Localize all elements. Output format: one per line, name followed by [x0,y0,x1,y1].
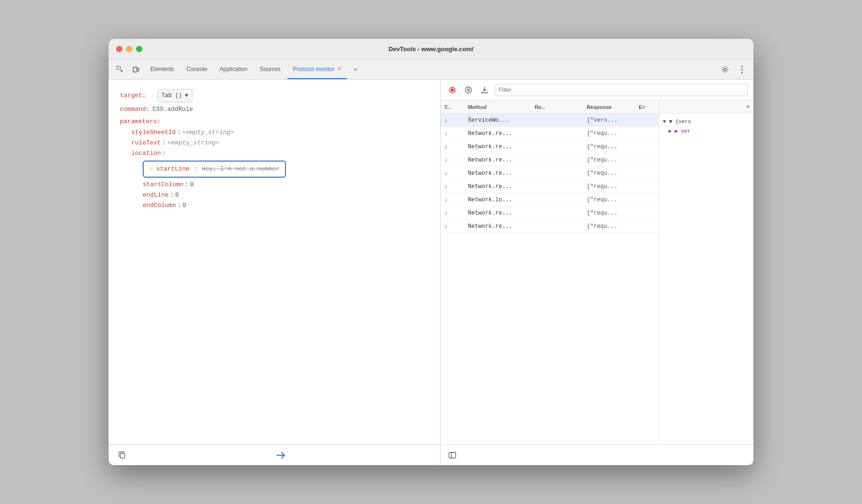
end-line-key: endLine [143,190,169,200]
svg-point-6 [742,72,743,73]
table-row[interactable]: ↓ Network.re... {"requ... [440,167,659,180]
start-column-row: startColumn : 0 [120,180,429,190]
code-editor[interactable]: target: Tab () ▼ command: CSS.addRule pa… [109,80,440,444]
filter-input[interactable] [495,84,748,96]
end-column-row: endColumn : 0 [120,200,429,211]
tab-protocol-monitor[interactable]: Protocol monitor ✕ [287,60,347,79]
start-column-key: startColumn [143,180,183,190]
traffic-lights [116,46,142,52]
row-method: Network.re... [464,144,531,150]
command-value: CSS.addRule [152,104,193,115]
col-t-header: T... [440,104,464,110]
table-header: T... Method Re... Response E≡ [440,100,659,114]
start-line-row: ⚠️ startLine : Hey, I'm not a number [120,159,429,180]
json-line-2: ▶ ▶ ver [663,127,750,136]
row-method: Network.re... [464,170,531,177]
start-line-highlight: ⚠️ startLine : Hey, I'm not a number [143,161,286,178]
row-type: ↓ [440,117,464,124]
maximize-button[interactable] [136,46,142,52]
row-type: ↓ [440,223,464,230]
row-response: {"requ... [583,197,635,203]
row-response: {"requ... [583,157,635,163]
svg-rect-0 [117,66,120,69]
settings-icon[interactable] [717,66,733,73]
row-method: Network.re... [464,157,531,163]
row-response: {"vers... [583,117,635,124]
svg-point-5 [742,69,743,70]
tab-bar: Elements Console Application Sources Pro… [109,60,753,80]
download-icon[interactable] [478,84,491,96]
rule-text-key: ruleText [131,138,161,148]
dropdown-arrow-icon: ▼ [185,91,188,100]
table-row[interactable]: ↓ ServiceWo... {"vers... [440,114,659,127]
parameters-label: parameters: [120,117,161,127]
row-type: ↓ [440,170,464,177]
more-icon[interactable]: » [746,104,750,110]
inspect-element-icon[interactable] [112,60,128,79]
svg-point-4 [742,66,743,67]
row-response: {"requ... [583,183,635,190]
row-method: Network.re... [464,183,531,190]
tab-application[interactable]: Application [214,60,253,79]
toggle-sidebar-icon[interactable] [446,449,459,461]
row-type: ↓ [440,196,464,203]
copy-icon[interactable] [116,449,128,461]
tab-more[interactable]: » [348,60,363,79]
table-row[interactable]: ↓ Network.re... {"requ... [440,220,659,233]
window-title: DevTools - www.google.com/ [388,45,473,53]
row-type: ↓ [440,156,464,163]
left-panel-bottom [109,444,440,465]
row-type: ↓ [440,143,464,150]
row-method: Network.lo... [464,197,531,203]
target-dropdown[interactable]: Tab () ▼ [157,89,193,102]
command-label: command: [120,104,149,115]
table-row[interactable]: ↓ Network.re... {"requ... [440,140,659,153]
start-line-value: Hey, I'm not a number [202,164,279,174]
more-options-icon[interactable] [734,66,750,73]
table-row[interactable]: ↓ Network.re... {"requ... [440,207,659,220]
stop-recording-icon[interactable] [446,84,459,96]
clear-icon[interactable] [462,84,475,96]
main-content: target: Tab () ▼ command: CSS.addRule pa… [109,80,753,465]
device-toolbar-icon[interactable] [128,60,144,79]
col-method-header: Method [464,104,531,110]
rule-text-row: ruleText : <empty_string> [120,138,429,148]
svg-rect-2 [138,68,139,71]
rule-text-value: <empty_string> [167,138,219,148]
json-line-1: ▼ ▼ {vers [663,117,750,127]
right-panel: T... Method Re... Response E≡ ↓ ServiceW… [440,80,753,465]
row-method: Network.re... [464,130,531,137]
tab-elements[interactable]: Elements [145,60,180,79]
tab-console[interactable]: Console [181,60,213,79]
minimize-button[interactable] [126,46,132,52]
json-expand-icon[interactable]: ▼ [663,119,669,125]
row-response: {"requ... [583,210,635,216]
pm-toolbar [440,80,753,100]
row-response: {"requ... [583,170,635,177]
table-row[interactable]: ↓ Network.re... {"requ... [440,153,659,167]
table-row[interactable]: ↓ Network.re... {"requ... [440,127,659,140]
warning-icon: ⚠️ [149,163,153,175]
end-line-value: 0 [175,190,179,200]
send-icon[interactable] [273,448,288,463]
style-sheet-id-key: styleSheetId [131,127,176,138]
tab-sources[interactable]: Sources [254,60,286,79]
end-column-value: 0 [183,200,186,211]
tab-close-icon[interactable]: ✕ [337,66,341,72]
close-button[interactable] [116,46,122,52]
right-section: T... Method Re... Response E≡ ↓ ServiceW… [440,100,753,444]
row-response: {"requ... [583,130,635,137]
json-preview-header: » [659,100,753,114]
command-row: command: CSS.addRule [120,104,429,115]
table-row[interactable]: ↓ Network.lo... {"requ... [440,193,659,207]
pm-bottom-bar [440,444,753,465]
end-line-row: endLine : 0 [120,190,429,200]
left-panel: target: Tab () ▼ command: CSS.addRule pa… [109,80,440,465]
col-error-header: E≡ [635,104,659,110]
table-row[interactable]: ↓ Network.re... {"requ... [440,180,659,193]
json-expand-icon-2[interactable]: ▶ [669,128,675,134]
target-row: target: Tab () ▼ [120,89,429,102]
col-response-header: Response [583,104,635,110]
start-line-key: startLine [156,164,189,174]
svg-rect-7 [120,453,125,458]
